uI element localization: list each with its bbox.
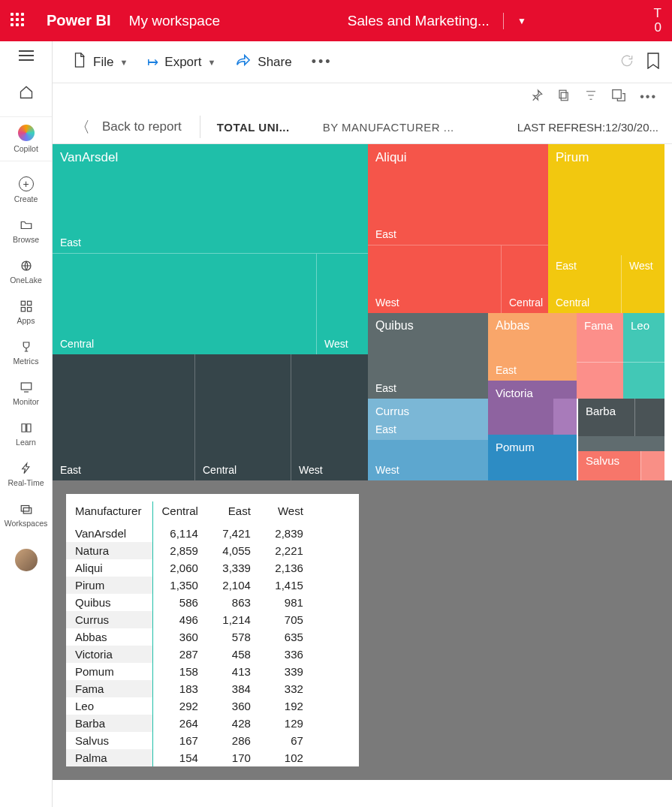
treemap-cell-natura-central[interactable]: Central [195,354,291,480]
svg-rect-10 [613,90,621,98]
table-row[interactable]: Pirum 1,350 2,104 1,415 [66,577,311,594]
copy-icon[interactable] [557,89,571,105]
back-to-report[interactable]: Back to report [102,119,200,134]
sidebar-item-onelake[interactable]: OneLake [0,259,52,285]
last-refresh-label: LAST REFRESH:12/30/20... [517,121,672,134]
share-button[interactable]: Share [228,49,299,75]
treemap-visual[interactable]: VanArsdel East Central West Natura East … [53,144,672,480]
cell-manufacturer: Abbas [66,628,152,646]
table-row[interactable]: Quibus 586 863 981 [66,594,311,611]
cell-central: 154 [152,749,206,766]
file-menu[interactable]: File ▼ [65,47,135,77]
bolt-icon [20,462,33,475]
more-actions-icon[interactable]: ••• [304,54,340,70]
tm-title: Pomum [496,441,535,453]
table-row[interactable]: Palma 154 170 102 [66,749,311,766]
table-row[interactable]: Aliqui 2,060 3,339 2,136 [66,559,311,577]
treemap-cell-salvus-2[interactable] [640,451,664,480]
treemap-cell-victoria-2[interactable] [553,399,577,435]
treemap-cell-fama[interactable]: Fama [577,313,623,362]
sidebar-item-copilot[interactable]: Copilot [0,116,52,161]
hamburger-icon[interactable] [19,50,34,61]
sidebar-item-monitor[interactable]: Monitor [0,381,52,406]
cell-central: 183 [152,680,206,697]
treemap-cell-barba[interactable]: Barba [578,399,634,436]
table-row[interactable]: Currus 496 1,214 705 [66,611,311,628]
treemap-cell-abbas[interactable]: Abbas East [488,313,577,381]
treemap-cell-natura-west[interactable]: West [291,354,368,480]
workspace-name[interactable]: My workspace [129,13,220,29]
pin-icon[interactable] [530,89,544,105]
treemap-cell-vanarsdel-central[interactable]: Central [53,254,317,354]
filter-icon[interactable] [584,89,598,105]
treemap-cell-aliqui-east[interactable]: Aliqui East [368,144,548,245]
cell-manufacturer: Natura [66,542,152,559]
cell-west: 981 [258,594,311,611]
cell-east: 286 [206,732,258,749]
cell-manufacturer: Salvus [66,732,152,749]
tm-sub: East [556,260,577,272]
bookmark-icon[interactable] [646,53,660,72]
breadcrumb-by-manufacturer[interactable]: BY MANUFACTURER ... [306,121,471,134]
th-manufacturer[interactable]: Manufacturer [66,501,152,525]
treemap-cell-currus-west[interactable]: West [368,440,488,480]
treemap-cell-leo[interactable]: Leo [623,313,664,362]
report-name[interactable]: Sales and Marketing... [348,13,490,29]
treemap-cell-aliqui-west[interactable]: West [368,245,502,313]
treemap-cell-pirum[interactable]: Pirum [548,144,664,264]
table-row[interactable]: Abbas 360 578 635 [66,628,311,646]
th-east[interactable]: East [206,501,258,525]
refresh-icon[interactable] [619,53,634,71]
chevron-down-icon[interactable]: ▼ [517,16,526,26]
th-west[interactable]: West [258,501,311,525]
action-bar: File ▼ ↦ Export ▼ Share ••• [53,41,672,83]
focus-icon[interactable] [611,89,626,105]
treemap-cell-quibus[interactable]: Quibus East [368,313,488,399]
data-table[interactable]: Manufacturer Central East West VanArsdel… [66,501,311,766]
apps-icon [20,300,33,313]
export-menu[interactable]: ↦ Export ▼ [140,50,223,75]
table-row[interactable]: VanArsdel 6,114 7,421 2,839 [66,525,311,542]
tm-title: Leo [631,319,649,332]
table-row[interactable]: Natura 2,859 4,055 2,221 [66,542,311,559]
sidebar-item-metrics[interactable]: Metrics [0,340,52,366]
sidebar-item-create[interactable]: + Create [0,176,52,203]
back-arrow-icon[interactable]: 〈 [63,117,102,137]
table-row[interactable]: Victoria 287 458 336 [66,646,311,663]
treemap-cell-barba-2[interactable] [634,399,664,436]
brand-label[interactable]: Power BI [47,12,111,29]
table-row[interactable]: Barba 264 428 129 [66,715,311,732]
chevron-down-icon: ▼ [119,58,128,67]
treemap-cell-barba-3[interactable] [578,436,664,451]
th-central[interactable]: Central [152,501,206,525]
tm-sub: West [375,297,399,309]
treemap-cell-pirum-east[interactable]: East Central [548,255,622,313]
avatar[interactable] [15,549,38,571]
table-row[interactable]: Fama 183 384 332 [66,680,311,697]
table-row[interactable]: Leo 292 360 192 [66,697,311,715]
treemap-cell-pomum[interactable]: Pomum [488,435,577,480]
treemap-cell-natura-east[interactable]: East [53,354,195,480]
sidebar-item-browse[interactable]: Browse [0,218,52,244]
cell-manufacturer: Quibus [66,594,152,611]
breadcrumb-total-units[interactable]: TOTAL UNI... [200,121,306,134]
treemap-cell-leo-2[interactable] [623,362,664,399]
sidebar-item-apps[interactable]: Apps [0,300,52,325]
more-icon[interactable]: ••• [640,90,657,104]
table-row[interactable]: Pomum 158 413 339 [66,663,311,680]
treemap-cell-pirum-west[interactable]: West [622,255,664,313]
app-launcher-icon[interactable] [11,13,27,29]
treemap-cell-aliqui-central[interactable]: Central [502,245,548,313]
home-button[interactable] [0,85,52,101]
tm-sub: West [375,464,399,476]
treemap-cell-currus-east[interactable]: Currus East [368,399,488,440]
table-row[interactable]: Salvus 167 286 67 [66,732,311,749]
treemap-cell-fama-2[interactable] [577,362,623,399]
sidebar-item-learn[interactable]: Learn [0,421,52,447]
tm-title: VanArsdel [60,150,118,165]
sidebar-item-realtime[interactable]: Real-Time [0,462,52,487]
sidebar-item-workspaces[interactable]: Workspaces [0,502,52,528]
treemap-cell-vanarsdel-east[interactable]: VanArsdel East [53,144,368,254]
svg-rect-5 [21,383,32,390]
treemap-cell-vanarsdel-west[interactable]: West [317,254,368,354]
